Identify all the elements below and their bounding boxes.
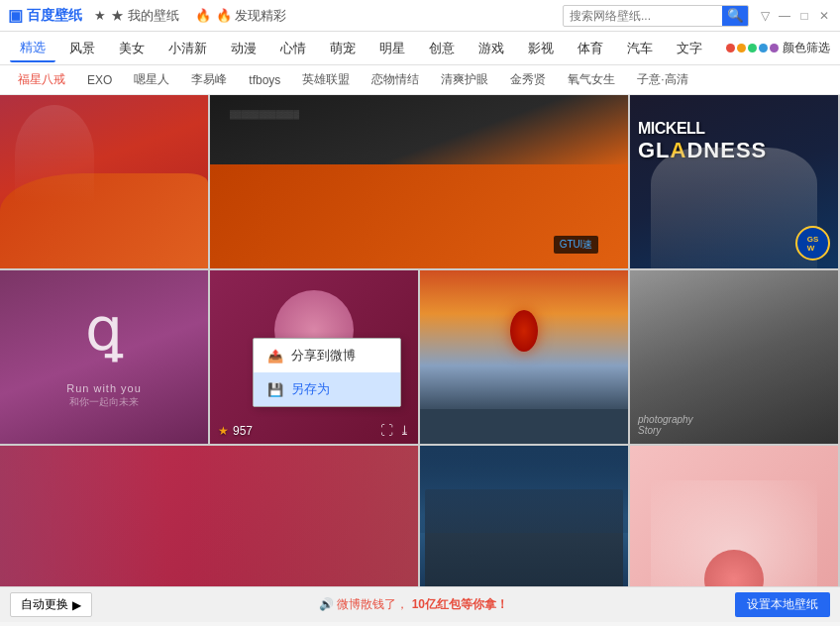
color-filter-label: 颜色筛选 xyxy=(783,40,830,56)
maximize-button[interactable]: □ xyxy=(796,8,812,24)
wallpaper-cell-2[interactable]: GTUl速 ▓▓▓▓▓▓▓▓▓▓▓▓ xyxy=(210,95,628,268)
subnav-item-6[interactable]: 恋物情结 xyxy=(364,69,427,90)
wallpaper-cell-9[interactable] xyxy=(420,446,628,586)
sub-nav: 福星八戒 EXO 嗯星人 李易峰 tfboys 英雄联盟 恋物情结 清爽护眼 金… xyxy=(0,65,840,95)
nav-item-creative[interactable]: 创意 xyxy=(419,36,465,61)
sky-reflection xyxy=(420,446,628,533)
expand-icon: ⛶ xyxy=(380,423,393,438)
nav-item-film[interactable]: 影视 xyxy=(518,36,564,61)
person-left xyxy=(0,446,167,586)
nav-item-mood[interactable]: 心情 xyxy=(270,36,316,61)
my-wallpaper-link[interactable]: ★ ★ 我的壁纸 xyxy=(94,7,179,25)
color-dots xyxy=(726,44,779,52)
main-nav: 精选 风景 美女 小清新 动漫 心情 萌宠 明星 创意 游戏 影视 体育 汽车 … xyxy=(0,32,840,65)
fire-icon: 🔥 xyxy=(195,8,211,23)
license-plate: GTUl速 xyxy=(554,236,598,254)
nav-item-landscape[interactable]: 风景 xyxy=(59,36,105,61)
run-text: Run with you xyxy=(0,382,208,394)
nav-item-beauty[interactable]: 美女 xyxy=(109,36,155,61)
star-icon: ★ xyxy=(218,424,229,438)
search-button[interactable]: 🔍 xyxy=(722,5,748,27)
titlebar-left: ▣ 百度壁纸 ★ ★ 我的壁纸 🔥 🔥 发现精彩 xyxy=(8,6,286,25)
color-dot-orange xyxy=(737,44,746,52)
speaker-icon: 🔊 xyxy=(319,597,334,611)
share-icon: 📤 xyxy=(267,349,283,364)
wallpaper-cell-10[interactable] xyxy=(630,446,838,586)
nav-item-text[interactable]: 文字 xyxy=(667,36,712,61)
wallpaper-cell-6[interactable] xyxy=(420,270,628,444)
cell-overlay: ★ 957 xyxy=(218,424,253,438)
set-wallpaper-label: 设置本地壁纸 xyxy=(747,597,818,611)
logo-icon: ▣ xyxy=(8,6,23,25)
subnav-item-8[interactable]: 金秀贤 xyxy=(502,69,554,90)
search-box: 🔍 xyxy=(563,5,749,27)
bg-pattern: ▓▓▓▓▓▓▓▓▓▓▓▓ xyxy=(230,110,299,119)
nav-item-stars[interactable]: 明星 xyxy=(369,36,415,61)
wallpaper-cell-7[interactable]: photographyStory xyxy=(630,270,838,444)
download-icon: ⤓ xyxy=(399,423,410,438)
save-icon: 💾 xyxy=(267,382,283,397)
bottom-bar: 自动更换 ▶ 🔊 微博散钱了， 10亿红包等你拿！ 设置本地壁纸 xyxy=(0,586,840,622)
color-dot-blue xyxy=(759,44,768,52)
share-weibo-item[interactable]: 📤 分享到微博 xyxy=(254,339,400,372)
search-input[interactable] xyxy=(564,9,722,23)
music-symbol: ꝗ xyxy=(85,300,123,360)
color-dot-purple xyxy=(770,44,779,52)
window-controls: ▽ — □ ✕ xyxy=(757,8,832,24)
auto-change-label: 自动更换 xyxy=(21,596,68,613)
logo-text: 百度壁纸 xyxy=(27,7,82,25)
content-grid: GTUl速 ▓▓▓▓▓▓▓▓▓▓▓▓ MICKELLGLADNESS GSW ꝗ… xyxy=(0,95,840,586)
subnav-item-10[interactable]: 子意·高清 xyxy=(629,69,695,90)
color-filter[interactable]: 颜色筛选 xyxy=(726,40,830,56)
discover-link[interactable]: 🔥 🔥 发现精彩 xyxy=(195,7,287,25)
subnav-item-2[interactable]: 嗯星人 xyxy=(126,69,177,90)
wallpaper-cell-8[interactable] xyxy=(0,446,418,586)
nav-item-selected[interactable]: 精选 xyxy=(10,35,55,62)
person-right xyxy=(188,446,418,586)
nav-item-cars[interactable]: 汽车 xyxy=(617,36,663,61)
ground-area xyxy=(420,409,628,444)
subnav-item-3[interactable]: 李易峰 xyxy=(183,69,235,90)
save-as-label: 另存为 xyxy=(291,380,330,398)
auto-change-button[interactable]: 自动更换 ▶ xyxy=(10,592,92,617)
wallpaper-cell-1[interactable] xyxy=(0,95,208,268)
titlebar-right: 🔍 ▽ — □ ✕ xyxy=(563,5,832,27)
titlebar-nav: ★ ★ 我的壁纸 🔥 🔥 发现精彩 xyxy=(94,7,286,25)
bottom-message: 🔊 微博散钱了， 10亿红包等你拿！ xyxy=(319,596,508,613)
highlight-text: 10亿红包等你拿！ xyxy=(412,597,508,611)
app-logo: ▣ 百度壁纸 xyxy=(8,6,82,25)
subnav-item-4[interactable]: tfboys xyxy=(241,71,288,89)
cell-icons: ⛶ ⤓ xyxy=(380,423,410,438)
count-text: 957 xyxy=(233,424,253,438)
star-icon: ★ xyxy=(94,8,106,23)
nav-item-pets[interactable]: 萌宠 xyxy=(320,36,366,61)
wallpaper-cell-4[interactable]: ꝗ Run with you 和你一起向未来 xyxy=(0,270,208,444)
person-silhouette xyxy=(15,105,94,204)
lantern-image xyxy=(510,310,538,352)
nav-item-sports[interactable]: 体育 xyxy=(568,36,613,61)
nav-item-anime[interactable]: 动漫 xyxy=(221,36,266,61)
title-bar: ▣ 百度壁纸 ★ ★ 我的壁纸 🔥 🔥 发现精彩 🔍 ▽ — □ ✕ xyxy=(0,0,840,32)
subnav-item-0[interactable]: 福星八戒 xyxy=(10,69,73,90)
subnav-item-9[interactable]: 氧气女生 xyxy=(560,69,623,90)
play-icon: ▶ xyxy=(72,598,81,612)
nav-item-fresh[interactable]: 小清新 xyxy=(158,36,217,61)
minimize-button[interactable]: — xyxy=(777,8,792,24)
subnav-item-5[interactable]: 英雄联盟 xyxy=(294,69,358,90)
subnav-item-7[interactable]: 清爽护眼 xyxy=(433,69,496,90)
wallpaper-cell-3[interactable]: MICKELLGLADNESS GSW xyxy=(630,95,838,268)
close-button[interactable]: ✕ xyxy=(816,8,832,24)
subnav-item-1[interactable]: EXO xyxy=(79,71,120,89)
save-as-item[interactable]: 💾 另存为 xyxy=(254,372,400,406)
color-dot-red xyxy=(726,44,735,52)
story-text: photographyStory xyxy=(638,414,693,436)
warriors-badge: GSW xyxy=(795,226,830,261)
nav-item-games[interactable]: 游戏 xyxy=(469,36,514,61)
sub-text: 和你一起向未来 xyxy=(0,395,208,409)
weibo-text: 微博散钱了， xyxy=(337,597,408,611)
set-wallpaper-button[interactable]: 设置本地壁纸 xyxy=(735,592,830,617)
filter-icon[interactable]: ▽ xyxy=(757,8,773,24)
search-icon: 🔍 xyxy=(727,8,744,23)
color-dot-green xyxy=(748,44,757,52)
share-weibo-label: 分享到微博 xyxy=(291,347,356,365)
